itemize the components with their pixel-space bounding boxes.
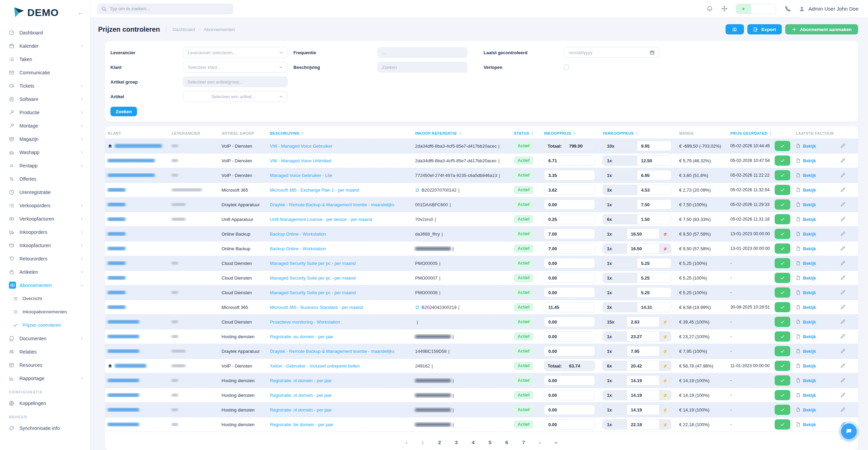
approve-button[interactable]: [775, 375, 790, 386]
view-invoice-link[interactable]: Bekijk: [796, 363, 816, 369]
purchase-price-input[interactable]: 7.00: [544, 243, 595, 254]
sidebar-item-synchronisatie-info[interactable]: Synchronisatie info: [0, 421, 90, 435]
customer-link[interactable]: [108, 422, 139, 426]
sidebar-item-magazijn[interactable]: Magazijn: [0, 132, 90, 146]
column-header-prijs-geupdated[interactable]: PRIJS GEUPDATED: [728, 131, 772, 135]
approve-button[interactable]: [775, 185, 790, 195]
zoeken-button[interactable]: Zoeken: [110, 107, 137, 116]
customer-link[interactable]: [108, 261, 125, 265]
pagination-page-6[interactable]: 6: [505, 439, 508, 445]
sidebar-item-documenten[interactable]: Documenten: [0, 332, 90, 345]
description-link[interactable]: VW - Managed Voice Gebruiker: [270, 144, 332, 149]
view-invoice-link[interactable]: Bekijk: [796, 319, 816, 325]
pencil-icon[interactable]: [840, 334, 846, 339]
timer-field[interactable]: [751, 4, 776, 14]
view-invoice-link[interactable]: Bekijk: [796, 158, 816, 163]
view-invoice-link[interactable]: Bekijk: [796, 393, 816, 398]
timer-start-control[interactable]: [736, 4, 776, 14]
purchase-price-input[interactable]: 6.71: [544, 155, 595, 166]
purchase-price-input[interactable]: 3.62: [544, 185, 595, 195]
pagination-next[interactable]: ›: [539, 439, 541, 445]
pencil-icon[interactable]: [840, 275, 846, 281]
sale-price-input[interactable]: 2.63: [627, 317, 659, 327]
customer-link[interactable]: [108, 217, 125, 221]
description-link[interactable]: Draytek - Remote Backup & Management lic…: [270, 202, 394, 207]
customer-link[interactable]: [115, 364, 146, 368]
artikel-select[interactable]: Selecteer een artikel...: [183, 91, 288, 102]
approve-button[interactable]: [775, 258, 790, 268]
purchase-price-input[interactable]: 0.00: [544, 346, 595, 356]
sale-price-input[interactable]: 12.50: [637, 156, 671, 165]
customer-link[interactable]: [108, 173, 155, 177]
description-link[interactable]: Registratie .nl domein - per jaar: [270, 378, 332, 383]
purchase-price-input[interactable]: 0.00: [544, 317, 595, 327]
pagination-last[interactable]: »: [555, 439, 558, 445]
approve-button[interactable]: [775, 390, 790, 400]
sale-price-input[interactable]: 22.18: [627, 420, 659, 429]
sidebar-item-verkoopfacturen[interactable]: Verkoopfacturen: [0, 212, 90, 225]
view-invoice-link[interactable]: Bekijk: [796, 349, 816, 354]
approve-button[interactable]: [775, 405, 790, 415]
description-link[interactable]: Managed Security Suite per pc - per maan…: [270, 290, 355, 295]
pagination-prev[interactable]: ‹: [406, 439, 407, 445]
sidebar-item-artikelen[interactable]: Artikelen: [0, 265, 90, 279]
purchase-price-input[interactable]: 7.00: [544, 229, 595, 239]
pagination-page-3[interactable]: 3: [455, 439, 458, 445]
sidebar-item-rapportage[interactable]: Rapportage: [0, 372, 90, 385]
view-invoice-link[interactable]: Bekijk: [796, 275, 816, 281]
approve-button[interactable]: [775, 229, 790, 239]
view-invoice-link[interactable]: Bekijk: [796, 173, 816, 178]
purchase-price-input[interactable]: 0.00: [544, 331, 595, 342]
approve-button[interactable]: [775, 331, 790, 342]
sidebar-item-washapp[interactable]: Washapp: [0, 146, 90, 159]
sale-price-input[interactable]: 5.25: [637, 273, 671, 283]
pencil-icon[interactable]: [840, 378, 846, 383]
view-invoice-link[interactable]: Bekijk: [796, 334, 816, 339]
sidebar-item-tickets[interactable]: Tickets: [0, 79, 90, 92]
sidebar-item-abonnementen[interactable]: Abonnementen: [0, 279, 90, 292]
sale-price-input[interactable]: 20.42: [627, 361, 659, 371]
view-invoice-link[interactable]: Bekijk: [796, 290, 816, 295]
pencil-icon[interactable]: [840, 143, 846, 149]
description-link[interactable]: Registratie .nl domein - per jaar: [270, 393, 332, 398]
pencil-icon[interactable]: [840, 246, 846, 251]
pencil-icon[interactable]: [840, 407, 846, 412]
description-link[interactable]: Managed Security Suite per pc - per maan…: [270, 275, 355, 281]
purchase-price-input[interactable]: 0.00: [544, 390, 595, 400]
view-invoice-link[interactable]: Bekijk: [796, 217, 816, 222]
description-link[interactable]: VW - Managed Voice Unlimited: [270, 158, 331, 163]
purchase-price-input[interactable]: 0.00: [544, 258, 595, 268]
customer-link[interactable]: [108, 159, 155, 163]
user-menu[interactable]: Admin User John Doe: [799, 6, 858, 12]
customer-link[interactable]: [108, 246, 125, 251]
description-link[interactable]: Registratie .be domein - per jaar: [270, 422, 333, 427]
purchase-price-input[interactable]: 0.25: [544, 214, 595, 224]
sidebar-item-productie[interactable]: Productie: [0, 106, 90, 119]
purchase-price-input[interactable]: 0.00: [544, 287, 595, 298]
search-input[interactable]: [110, 6, 229, 11]
approve-button[interactable]: [775, 317, 790, 327]
pagination-page-1[interactable]: 1: [421, 439, 424, 445]
purchase-price-input[interactable]: 11.45: [544, 302, 595, 312]
move-icon[interactable]: [721, 5, 728, 12]
sidebar-collapse-button[interactable]: ←: [77, 9, 84, 16]
sale-price-input[interactable]: 7.95: [627, 346, 659, 356]
approve-button[interactable]: [775, 419, 790, 430]
sidebar-item-offertes[interactable]: Offertes: [0, 172, 90, 185]
sidebar-item-dashboard[interactable]: Dashboard: [0, 26, 90, 39]
description-link[interactable]: Proactieve monitoring - Workstation: [270, 319, 340, 325]
view-invoice-link[interactable]: Bekijk: [796, 407, 816, 412]
customer-link[interactable]: [108, 188, 125, 192]
sale-price-input[interactable]: 14.31: [637, 302, 671, 312]
breadcrumb-dashboard[interactable]: Dashboard: [172, 27, 195, 32]
sidebar-item-prijzen-controleren[interactable]: Prijzen controleren: [0, 318, 90, 332]
manual-button[interactable]: [726, 24, 744, 34]
pencil-icon[interactable]: [840, 290, 846, 295]
customer-link[interactable]: [108, 349, 139, 353]
sidebar-item-inkooporders[interactable]: Inkooporders: [0, 225, 90, 239]
approve-button[interactable]: [775, 155, 790, 166]
approve-button[interactable]: [775, 243, 790, 254]
customer-link[interactable]: [108, 378, 139, 382]
sale-price-input[interactable]: 7.50: [637, 200, 671, 209]
customer-link[interactable]: [108, 408, 139, 412]
